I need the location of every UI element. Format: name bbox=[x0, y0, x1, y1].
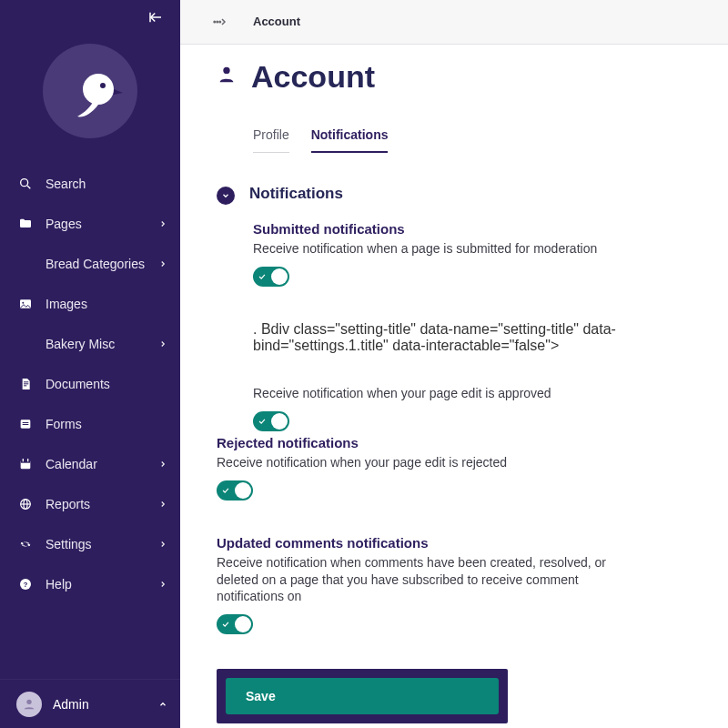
chevron-right-icon bbox=[158, 577, 167, 592]
svg-marker-4 bbox=[114, 89, 123, 95]
globe-icon bbox=[16, 497, 35, 511]
chevron-right-icon bbox=[158, 537, 167, 551]
check-icon bbox=[258, 268, 267, 285]
toggle-submitted[interactable] bbox=[253, 267, 289, 287]
sidebar-item-label: Reports bbox=[46, 497, 158, 511]
sidebar-user-menu[interactable]: Admin bbox=[0, 679, 180, 728]
chevron-up-icon bbox=[158, 696, 167, 713]
svg-point-27 bbox=[219, 21, 221, 23]
setting-desc: Receive notification when comments have … bbox=[217, 554, 635, 606]
svg-rect-10 bbox=[24, 383, 28, 384]
chevron-right-icon bbox=[158, 217, 167, 231]
setting-desc: Receive notification when a page is subm… bbox=[253, 240, 672, 258]
sidebar: Search Pages Bread Categories Images Bak bbox=[0, 0, 180, 728]
section-collapse-button[interactable] bbox=[217, 187, 235, 205]
setting-title: Rejected notifications bbox=[217, 435, 692, 450]
sidebar-item-label: Bakery Misc bbox=[46, 337, 158, 351]
setting-rejected: Rejected notifications Receive notificat… bbox=[217, 435, 692, 504]
svg-point-25 bbox=[214, 21, 216, 23]
save-button[interactable]: Save bbox=[226, 678, 499, 714]
svg-rect-16 bbox=[21, 460, 31, 463]
calendar-icon bbox=[16, 457, 35, 471]
toggle-knob bbox=[235, 482, 251, 499]
image-icon bbox=[16, 297, 35, 311]
toggle-rejected[interactable] bbox=[217, 480, 253, 500]
setting-title: Submitted notifications bbox=[253, 221, 692, 237]
chevron-right-icon bbox=[158, 337, 167, 351]
chevron-right-icon bbox=[158, 257, 167, 271]
svg-rect-13 bbox=[23, 422, 29, 423]
sidebar-item-label: Pages bbox=[46, 217, 158, 231]
toggle-updated-comments[interactable] bbox=[217, 614, 253, 634]
sidebar-collapse-button[interactable] bbox=[0, 0, 180, 35]
sidebar-item-reports[interactable]: Reports bbox=[0, 484, 180, 524]
setting-desc: Receive notification when your page edit… bbox=[217, 454, 635, 471]
toggle-knob bbox=[235, 616, 251, 632]
toggle-knob bbox=[271, 413, 288, 430]
sidebar-item-bakery-misc[interactable]: Bakery Misc bbox=[0, 324, 180, 364]
check-icon bbox=[221, 616, 230, 632]
check-icon bbox=[221, 482, 230, 499]
sidebar-user-label: Admin bbox=[53, 697, 158, 712]
sidebar-search[interactable]: Search bbox=[0, 164, 180, 204]
breadcrumb-expand-icon[interactable] bbox=[211, 14, 228, 30]
sidebar-item-calendar[interactable]: Calendar bbox=[0, 444, 180, 484]
sidebar-item-pages[interactable]: Pages bbox=[0, 204, 180, 244]
document-icon bbox=[16, 377, 35, 391]
tab-profile[interactable]: Profile bbox=[253, 118, 289, 153]
user-icon bbox=[217, 65, 237, 88]
chevron-right-icon bbox=[158, 457, 167, 471]
sidebar-item-help[interactable]: ? Help bbox=[0, 564, 180, 604]
svg-text:?: ? bbox=[24, 581, 28, 589]
svg-rect-11 bbox=[24, 385, 26, 386]
setting-submitted: Submitted notifications Receive notifica… bbox=[253, 221, 692, 290]
svg-point-24 bbox=[26, 699, 31, 703]
svg-point-5 bbox=[21, 179, 28, 187]
setting-updated-comments: Updated comments notifications Receive n… bbox=[217, 535, 692, 639]
sidebar-item-label: Forms bbox=[46, 417, 167, 431]
svg-rect-14 bbox=[23, 424, 29, 425]
sidebar-search-label: Search bbox=[46, 177, 167, 191]
toggle-knob bbox=[271, 268, 288, 285]
logo[interactable] bbox=[0, 35, 180, 164]
toggle-approved[interactable] bbox=[253, 411, 289, 431]
sidebar-item-label: Help bbox=[46, 577, 158, 592]
setting-approved: . Bdiv class="setting-title" data-name="… bbox=[253, 321, 692, 354]
setting-title: Updated comments notifications bbox=[217, 535, 692, 551]
check-icon bbox=[258, 413, 267, 430]
collapse-icon bbox=[147, 9, 164, 25]
tab-notifications[interactable]: Notifications bbox=[311, 118, 389, 153]
svg-point-2 bbox=[83, 74, 114, 105]
avatar bbox=[16, 692, 42, 717]
sidebar-item-bread-categories[interactable]: Bread Categories bbox=[0, 244, 180, 284]
action-bar: Save bbox=[217, 669, 508, 723]
help-icon: ? bbox=[16, 577, 35, 592]
sidebar-item-forms[interactable]: Forms bbox=[0, 404, 180, 444]
tabs: Profile Notifications bbox=[217, 118, 692, 154]
sidebar-item-label: Bread Categories bbox=[46, 257, 158, 271]
search-icon bbox=[16, 177, 35, 191]
cog-icon bbox=[16, 537, 35, 551]
svg-point-28 bbox=[223, 67, 229, 74]
sidebar-item-label: Images bbox=[46, 297, 167, 311]
sidebar-item-settings[interactable]: Settings bbox=[0, 524, 180, 564]
page-title: Account bbox=[251, 59, 375, 95]
svg-point-8 bbox=[22, 302, 24, 304]
sidebar-item-images[interactable]: Images bbox=[0, 284, 180, 324]
breadcrumb: Account bbox=[180, 0, 728, 45]
svg-rect-9 bbox=[24, 381, 28, 382]
svg-point-26 bbox=[217, 21, 218, 23]
setting-desc: Receive notification when your page edit… bbox=[253, 385, 672, 402]
chevron-right-icon bbox=[158, 497, 167, 511]
svg-point-3 bbox=[100, 83, 106, 88]
form-icon bbox=[16, 417, 35, 431]
main: Account Account Profile Notifications No… bbox=[180, 0, 728, 728]
section-title: Notifications bbox=[249, 185, 343, 203]
sidebar-item-documents[interactable]: Documents bbox=[0, 364, 180, 404]
bird-logo-icon bbox=[43, 44, 137, 138]
chevron-down-icon bbox=[221, 191, 230, 200]
breadcrumb-current: Account bbox=[253, 15, 300, 28]
svg-line-6 bbox=[27, 186, 30, 188]
folder-icon bbox=[16, 217, 35, 231]
sidebar-item-label: Documents bbox=[46, 377, 167, 391]
